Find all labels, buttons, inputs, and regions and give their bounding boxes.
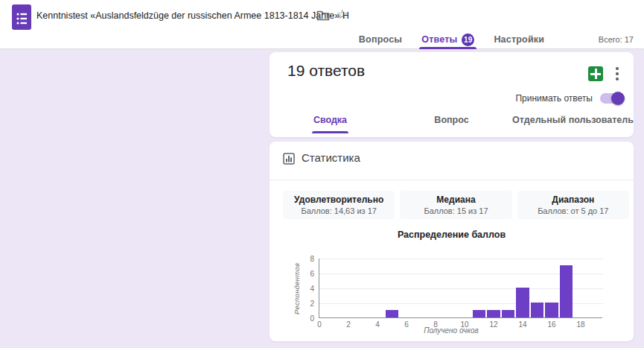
- chart-x-axis-label: Получено очков: [319, 326, 584, 335]
- move-to-folder-icon[interactable]: [316, 10, 330, 22]
- tab-questions-label: Вопросы: [359, 34, 402, 45]
- bar-score-14: [516, 288, 529, 317]
- stat-box-range: Диапазон Баллов: от 5 до 17: [517, 191, 629, 219]
- responses-card: 19 ответов Принимать ответы Сводка Вопро…: [270, 52, 634, 137]
- accepting-responses-toggle[interactable]: [600, 93, 624, 104]
- tab-settings[interactable]: Настройки: [494, 30, 544, 49]
- toggle-thumb: [611, 92, 625, 105]
- google-forms-responses-page: Kenntnistest «Auslandsfeldzüge der russi…: [0, 0, 644, 348]
- more-options-icon[interactable]: [610, 66, 624, 82]
- accepting-responses-label: Принимать ответы: [515, 93, 593, 104]
- chart-title: Распределение баллов: [270, 230, 634, 240]
- stat-box-average: Удовлетворительно Баллов: 14,63 из 17: [283, 191, 395, 219]
- stat-average-label: Удовлетворительно: [294, 194, 383, 205]
- stat-average-value: Баллов: 14,63 из 17: [301, 206, 376, 215]
- divider: [270, 180, 634, 180]
- bar-score-15: [531, 303, 544, 317]
- stat-median-label: Медиана: [436, 194, 475, 205]
- responses-view-tabs: Сводка Вопрос Отдельный пользователь: [270, 104, 634, 137]
- stat-median-value: Баллов: 15 из 17: [424, 206, 488, 215]
- tab-individual[interactable]: Отдельный пользователь: [512, 104, 634, 137]
- score-distribution-chart: 02468024681012141618: [319, 259, 602, 318]
- y-tick-label: 2: [301, 300, 314, 308]
- responses-count-badge: 19: [462, 34, 474, 46]
- total-points-label: Всего: 17: [599, 35, 634, 44]
- header-tabs: Вопросы Ответы 19 Настройки: [270, 30, 634, 49]
- tab-summary-label: Сводка: [313, 115, 347, 127]
- tab-settings-label: Настройки: [494, 34, 544, 45]
- star-icon[interactable]: ☆: [337, 7, 348, 23]
- tab-summary[interactable]: Сводка: [270, 104, 391, 137]
- bar-score-16: [545, 303, 558, 317]
- tab-individual-label: Отдельный пользователь: [512, 115, 634, 127]
- responses-count-title: 19 ответов: [287, 62, 365, 80]
- bar-score-17: [560, 265, 573, 317]
- google-forms-icon[interactable]: [12, 4, 31, 30]
- app-header: Kenntnistest «Auslandsfeldzüge der russi…: [0, 0, 644, 49]
- statistics-title: Статистика: [302, 151, 360, 164]
- tab-question[interactable]: Вопрос: [391, 104, 512, 137]
- y-tick-label: 4: [301, 285, 314, 293]
- statistics-card: Статистика Удовлетворительно Баллов: 14,…: [270, 142, 634, 341]
- bar-score-12: [487, 310, 500, 317]
- stat-range-label: Диапазон: [552, 194, 594, 205]
- gridline: [319, 259, 603, 259]
- accepting-responses-row: Принимать ответы: [515, 93, 624, 104]
- tab-answers-label: Ответы: [421, 34, 457, 45]
- y-tick-label: 6: [301, 270, 314, 278]
- tab-answers[interactable]: Ответы 19: [421, 30, 474, 49]
- stat-range-value: Баллов: от 5 до 17: [538, 206, 608, 215]
- tab-questions[interactable]: Вопросы: [359, 30, 402, 49]
- bar-chart-icon: [283, 153, 295, 165]
- y-tick-label: 8: [301, 255, 314, 263]
- bar-score-11: [473, 310, 486, 317]
- bar-score-5: [386, 310, 399, 317]
- stat-box-median: Медиана Баллов: 15 из 17: [400, 191, 511, 219]
- create-spreadsheet-icon[interactable]: [588, 66, 603, 81]
- bar-score-13: [502, 310, 515, 317]
- stat-boxes: Удовлетворительно Баллов: 14,63 из 17 Ме…: [283, 191, 629, 219]
- form-title[interactable]: Kenntnistest «Auslandsfeldzüge der russi…: [36, 10, 349, 21]
- tab-question-label: Вопрос: [434, 115, 468, 127]
